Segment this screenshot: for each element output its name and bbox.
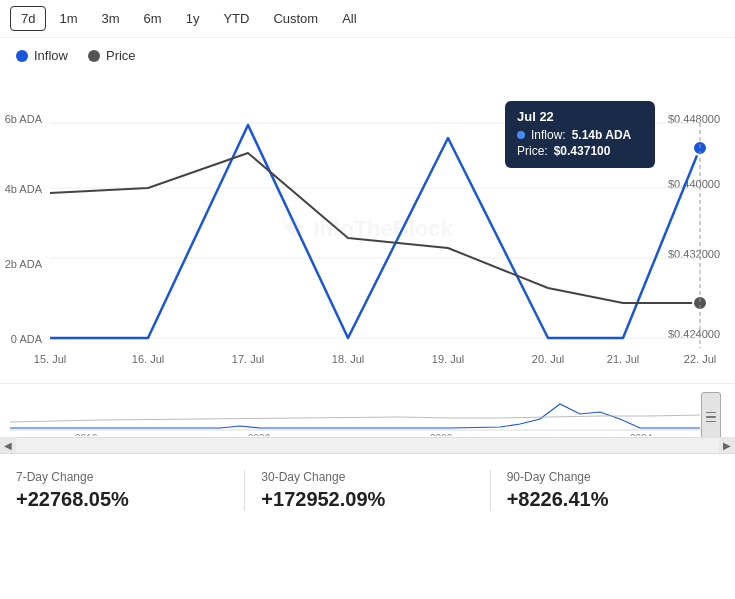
tooltip-price-label: Price: xyxy=(517,144,548,158)
stat-value-2: +8226.41% xyxy=(507,488,719,511)
stat-value-1: +172952.09% xyxy=(261,488,473,511)
nav-line-3 xyxy=(706,421,716,423)
svg-text:16. Jul: 16. Jul xyxy=(132,353,164,365)
svg-text:17. Jul: 17. Jul xyxy=(232,353,264,365)
price-dot xyxy=(88,50,100,62)
chart-tooltip: Jul 22 Inflow: 5.14b ADA Price: $0.43710… xyxy=(505,101,655,168)
stat-value-0: +22768.05% xyxy=(16,488,228,511)
legend-inflow: Inflow xyxy=(16,48,68,63)
price-label: Price xyxy=(106,48,136,63)
mini-nav-handle[interactable] xyxy=(701,392,721,442)
mini-right-arrow[interactable]: ▶ xyxy=(719,437,735,454)
svg-text:2b ADA: 2b ADA xyxy=(5,258,43,270)
nav-handle-lines xyxy=(706,412,716,423)
tooltip-price-value: $0.437100 xyxy=(554,144,611,158)
svg-text:2018: 2018 xyxy=(75,433,98,436)
svg-text:18. Jul: 18. Jul xyxy=(332,353,364,365)
time-btn-1m[interactable]: 1m xyxy=(48,6,88,31)
svg-text:2020: 2020 xyxy=(248,433,271,436)
time-btn-custom[interactable]: Custom xyxy=(262,6,329,31)
time-btn-7d[interactable]: 7d xyxy=(10,6,46,31)
svg-text:2024: 2024 xyxy=(630,433,653,436)
tooltip-inflow-value: 5.14b ADA xyxy=(572,128,632,142)
time-range-bar: 7d1m3m6m1yYTDCustomAll xyxy=(0,0,735,38)
svg-text:15. Jul: 15. Jul xyxy=(34,353,66,365)
time-btn-1y[interactable]: 1y xyxy=(175,6,211,31)
stat-item-0: 7-Day Change+22768.05% xyxy=(0,470,245,511)
svg-text:20. Jul: 20. Jul xyxy=(532,353,564,365)
svg-text:2022: 2022 xyxy=(430,433,453,436)
stat-label-2: 90-Day Change xyxy=(507,470,719,484)
tooltip-inflow-label: Inflow: xyxy=(531,128,566,142)
stat-item-1: 30-Day Change+172952.09% xyxy=(245,470,490,511)
stat-label-0: 7-Day Change xyxy=(16,470,228,484)
legend-price: Price xyxy=(88,48,136,63)
time-btn-ytd[interactable]: YTD xyxy=(212,6,260,31)
svg-text:6b ADA: 6b ADA xyxy=(5,113,43,125)
nav-line-2 xyxy=(706,416,716,418)
time-btn-6m[interactable]: 6m xyxy=(133,6,173,31)
tooltip-inflow-line: Inflow: 5.14b ADA xyxy=(517,128,643,142)
stats-row: 7-Day Change+22768.05%30-Day Change+1729… xyxy=(0,453,735,519)
time-btn-all[interactable]: All xyxy=(331,6,367,31)
mini-chart-container: 2018 2020 2022 2024 ◀ ▶ xyxy=(0,383,735,453)
mini-chart-svg: 2018 2020 2022 2024 xyxy=(0,384,735,436)
stat-label-1: 30-Day Change xyxy=(261,470,473,484)
inflow-dot xyxy=(16,50,28,62)
tooltip-inflow-dot xyxy=(517,131,525,139)
tooltip-date: Jul 22 xyxy=(517,109,643,124)
svg-text:22. Jul: 22. Jul xyxy=(684,353,716,365)
svg-text:4b ADA: 4b ADA xyxy=(5,183,43,195)
svg-text:0 ADA: 0 ADA xyxy=(11,333,43,345)
nav-line-1 xyxy=(706,412,716,414)
main-chart-area: ❖ IntoTheBlock Jul 22 Inflow: 5.14b ADA … xyxy=(0,73,735,383)
stat-item-2: 90-Day Change+8226.41% xyxy=(491,470,735,511)
inflow-label: Inflow xyxy=(34,48,68,63)
mini-left-arrow[interactable]: ◀ xyxy=(0,437,16,454)
svg-text:19. Jul: 19. Jul xyxy=(432,353,464,365)
tooltip-price-line: Price: $0.437100 xyxy=(517,144,643,158)
svg-text:21. Jul: 21. Jul xyxy=(607,353,639,365)
legend: Inflow Price xyxy=(0,38,735,73)
time-btn-3m[interactable]: 3m xyxy=(91,6,131,31)
